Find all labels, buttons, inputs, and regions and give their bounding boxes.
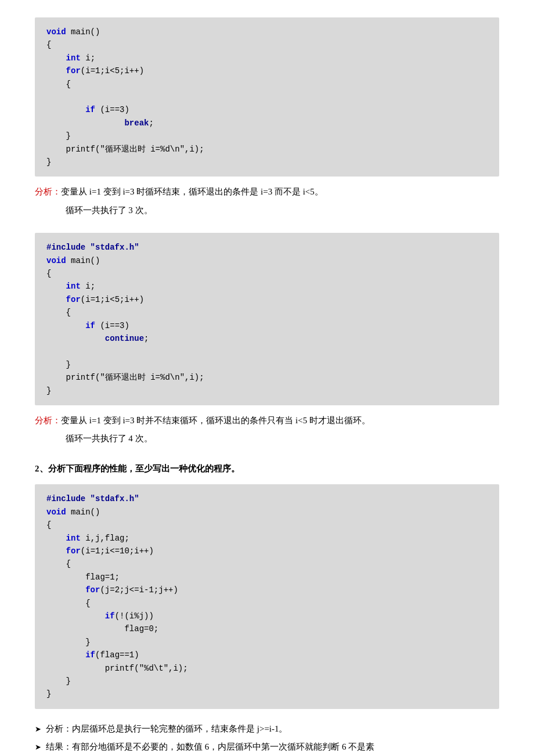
keyword-int-1: int	[66, 53, 81, 63]
keyword-for-1: for	[66, 66, 81, 75]
keyword-for-2: for	[66, 295, 81, 304]
analysis-1-line1: 分析：变量从 i=1 变到 i=3 时循环结束，循环退出的条件是 i=3 而不是…	[35, 185, 499, 200]
analysis-2-line1: 分析：变量从 i=1 变到 i=3 时并不结束循环，循环退出的条件只有当 i<5…	[35, 413, 499, 429]
code-section-3: #include "stdafx.h" void main() { int i,…	[35, 484, 499, 708]
bullet1-content: 内层循环总是执行一轮完整的循环，结束条件是 j>=i-1。	[72, 724, 288, 733]
bullet-text-2: 结果：有部分地循环是不必要的，如数值 6，内层循环中第一次循环就能判断 6 不是…	[46, 740, 499, 755]
keyword-for-3b: for	[85, 585, 100, 595]
keyword-continue-2: continue	[105, 334, 144, 343]
keyword-void-2: void	[46, 256, 66, 265]
analysis-1-line2: 循环一共执行了 3 次。	[66, 203, 500, 218]
bullet2-content: 有部分地循环是不必要的，如数值 6，内层循环中第一次循环就能判断 6 不是素	[72, 742, 374, 751]
keyword-include-2: #include "stdafx.h"	[46, 243, 139, 252]
code-section-2: #include "stdafx.h" void main() { int i;…	[35, 233, 499, 447]
bullet2-label: 结果：	[46, 742, 72, 751]
keyword-break-1: break	[124, 118, 149, 128]
analysis-text-1: 变量从 i=1 变到 i=3 时循环结束，循环退出的条件是 i=3 而不是 i<…	[61, 187, 323, 196]
bullet-arrow-1: ➤	[35, 723, 41, 736]
analysis-text-2b: 循环一共执行了 4 次。	[66, 434, 153, 443]
keyword-for-3a: for	[66, 546, 81, 556]
analysis-3-bullet1: ➤ 分析：内层循环总是执行一轮完整的循环，结束条件是 j>=i-1。	[35, 722, 499, 737]
analysis-2-line2: 循环一共执行了 4 次。	[66, 431, 500, 447]
analysis-text-2: 变量从 i=1 变到 i=3 时并不结束循环，循环退出的条件只有当 i<5 时才…	[61, 416, 370, 425]
question-2-title: 2、分析下面程序的性能，至少写出一种优化的程序。	[35, 462, 499, 477]
keyword-int-3: int	[66, 534, 81, 543]
bullet-arrow-2: ➤	[35, 741, 41, 754]
code-block-2: #include "stdafx.h" void main() { int i;…	[35, 233, 499, 405]
keyword-void-3: void	[46, 507, 66, 517]
keyword-void-1: void	[46, 27, 66, 37]
bullet1-label: 分析：	[46, 724, 72, 733]
code-block-1: void main() { int i; for(i=1;i<5;i++) { …	[35, 17, 499, 177]
analysis-text-1b: 循环一共执行了 3 次。	[66, 206, 153, 215]
keyword-int-2: int	[66, 282, 81, 291]
analysis-3-bullet2: ➤ 结果：有部分地循环是不必要的，如数值 6，内层循环中第一次循环就能判断 6 …	[35, 740, 499, 755]
analysis-label-1: 分析：	[35, 187, 61, 196]
keyword-if-2: if	[85, 321, 95, 330]
keyword-if-3b: if	[85, 650, 95, 660]
keyword-if-1: if	[85, 105, 95, 114]
code-section-1: void main() { int i; for(i=1;i<5;i++) { …	[35, 17, 499, 218]
keyword-include-3: #include "stdafx.h"	[46, 494, 139, 503]
code-block-3: #include "stdafx.h" void main() { int i,…	[35, 484, 499, 708]
keyword-if-3a: if	[105, 611, 115, 621]
bullet-text-1: 分析：内层循环总是执行一轮完整的循环，结束条件是 j>=i-1。	[46, 722, 499, 737]
analysis-label-2: 分析：	[35, 416, 61, 425]
